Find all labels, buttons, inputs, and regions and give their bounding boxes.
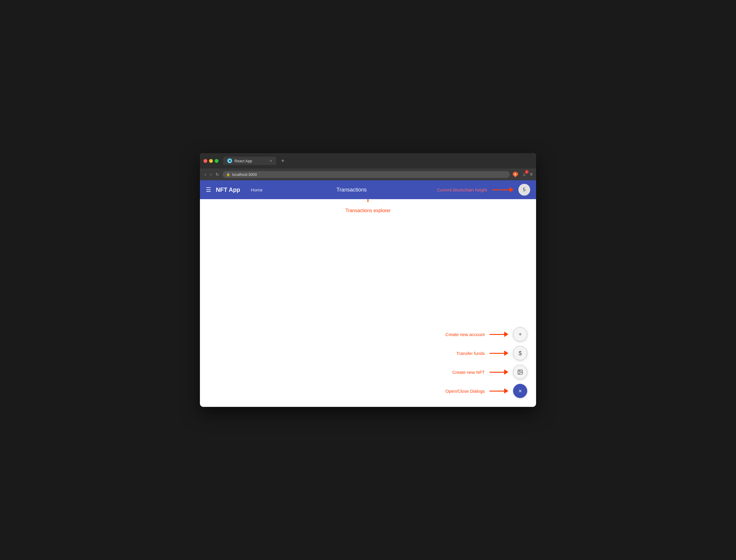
tab-favicon: ⚛: [227, 158, 232, 163]
create-nft-button[interactable]: [513, 365, 527, 379]
hamburger-menu-icon[interactable]: ☰: [206, 186, 211, 193]
address-bar-input[interactable]: 🔒 localhost:3000: [223, 171, 509, 178]
browser-window: ⚛ React App × + ‹ › ↻ 🔒 localhost:3000 B…: [200, 153, 536, 407]
lock-icon: 🔒: [226, 173, 230, 176]
arrow-shaft: [489, 372, 504, 373]
navbar-center: Transactions: [266, 187, 437, 193]
arrow-head: [504, 332, 508, 337]
fab-area: Create new account + Transfer funds $: [445, 327, 527, 398]
blockchain-height-badge: 5: [518, 184, 530, 196]
arrow-shaft: [489, 353, 504, 354]
nav-home-link[interactable]: Home: [248, 185, 266, 195]
minimize-button[interactable]: [209, 159, 213, 163]
arrow-shaft: [489, 334, 504, 335]
title-bar: ⚛ React App × +: [200, 153, 536, 168]
nav-links: Home: [248, 185, 266, 195]
browser-menu-button[interactable]: ≡: [530, 172, 532, 177]
brave-icon: B: [513, 171, 518, 177]
app-content: ☰ NFT App Home Transactions Current bloc…: [200, 180, 536, 407]
create-account-arrow: [489, 332, 508, 337]
transfer-funds-label: Transfer funds: [456, 351, 485, 356]
create-account-row: Create new account +: [445, 327, 527, 341]
transactions-explorer-label: Transactions explorer: [345, 208, 390, 213]
open-close-arrow: [489, 388, 508, 394]
arrow-shaft-up: [368, 199, 368, 202]
transfer-funds-button[interactable]: $: [513, 346, 527, 360]
forward-button[interactable]: ›: [209, 171, 213, 177]
svg-point-1: [519, 371, 520, 372]
transactions-annotation: Transactions explorer: [345, 202, 390, 213]
reload-button[interactable]: ↻: [214, 171, 220, 177]
navbar-right: Current blockchain height 5: [437, 184, 530, 196]
transfer-funds-arrow: [489, 351, 508, 356]
close-button[interactable]: [204, 159, 207, 163]
nav-transactions-label: Transactions: [337, 187, 367, 193]
arrow-head: [504, 388, 508, 394]
open-close-dialogs-label: Open/Close Dialogs: [445, 389, 485, 394]
arrow-shaft: [492, 189, 509, 190]
open-close-dialogs-button[interactable]: ×: [513, 384, 527, 398]
browser-extensions: B ⚠ 1 ≡: [512, 171, 532, 178]
blockchain-height-label: Current blockchain height: [437, 187, 487, 192]
app-navbar: ☰ NFT App Home Transactions Current bloc…: [200, 180, 536, 199]
arrow-head: [504, 369, 508, 375]
create-nft-row: Create new NFT: [452, 365, 527, 379]
maximize-button[interactable]: [215, 159, 219, 163]
open-close-dialogs-row: Open/Close Dialogs ×: [445, 384, 527, 398]
transfer-funds-row: Transfer funds $: [456, 346, 527, 360]
create-nft-arrow: [489, 369, 508, 375]
traffic-lights: [204, 159, 219, 163]
create-nft-label: Create new NFT: [452, 370, 485, 375]
arrow-head: [509, 187, 514, 192]
url-text: localhost:3000: [232, 172, 257, 177]
main-content: Transactions explorer Create new account…: [200, 199, 536, 407]
create-account-button[interactable]: +: [513, 327, 527, 341]
brave-shield-icon[interactable]: B: [512, 171, 519, 178]
back-button[interactable]: ‹: [204, 171, 207, 177]
tab-title: React App: [235, 159, 268, 163]
create-account-label: Create new account: [445, 332, 485, 337]
notification-icon[interactable]: ⚠ 1: [521, 171, 527, 178]
arrow-shaft: [489, 391, 504, 392]
address-bar: ‹ › ↻ 🔒 localhost:3000 B ⚠ 1 ≡: [200, 168, 536, 180]
new-tab-button[interactable]: +: [279, 158, 287, 164]
tab-close-button[interactable]: ×: [270, 159, 272, 163]
app-logo: NFT App: [216, 186, 240, 193]
nav-buttons: ‹ › ↻: [204, 171, 220, 177]
notification-badge: 1: [525, 170, 529, 174]
browser-tab[interactable]: ⚛ React App ×: [223, 157, 276, 165]
navbar-arrow: [492, 187, 514, 192]
arrow-head: [504, 351, 508, 356]
